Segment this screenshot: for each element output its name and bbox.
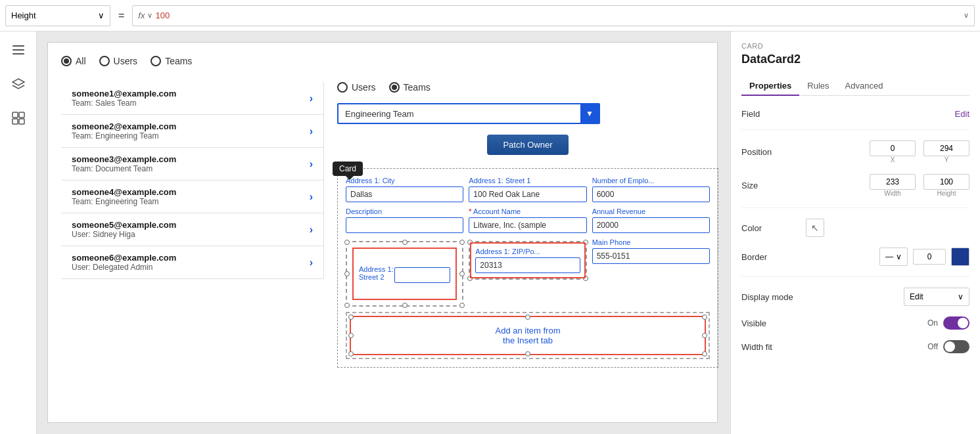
user-item-5[interactable]: someone5@example.com User: Sidney Higa › <box>61 213 323 246</box>
property-selector[interactable]: Height ∨ <box>5 5 110 26</box>
form-radio-teams[interactable]: Teams <box>389 82 431 93</box>
user-team-5: User: Sidney Higa <box>72 230 176 239</box>
border-color-swatch[interactable] <box>951 248 969 266</box>
form-radio-users[interactable]: Users <box>337 82 376 93</box>
grid-input-city[interactable] <box>346 186 463 202</box>
grid-field-street2: Card <box>346 238 463 307</box>
team-dropdown[interactable]: Engineering Team ▼ <box>337 103 600 124</box>
handle-zip-tr[interactable] <box>583 240 588 245</box>
visible-toggle[interactable] <box>943 316 969 330</box>
formula-bar[interactable]: fx ∨ 100 ∨ <box>132 5 975 26</box>
border-label: Border <box>741 252 801 262</box>
handle-add-tr[interactable] <box>702 315 707 320</box>
sidebar-icon-components[interactable] <box>8 108 29 129</box>
sidebar-icon-menu[interactable] <box>8 39 29 60</box>
size-width-input[interactable] <box>870 174 916 190</box>
border-controls: — ∨ <box>879 248 969 266</box>
divider-2 <box>741 207 969 208</box>
handle-bl[interactable] <box>344 303 350 308</box>
grid-field-street1: Address 1: Street 1 <box>469 177 586 202</box>
tab-properties[interactable]: Properties <box>741 77 799 96</box>
expand-button[interactable]: ∨ <box>964 11 969 20</box>
handle-bm[interactable] <box>402 303 408 308</box>
patch-owner-button[interactable]: Patch Owner <box>487 135 568 155</box>
position-inputs: X Y <box>870 141 969 163</box>
fx-chevron[interactable]: ∨ <box>147 11 152 20</box>
handle-br[interactable] <box>459 303 465 308</box>
user-item-2[interactable]: someone2@example.com Team: Engineering T… <box>61 115 323 148</box>
handle-add-ml[interactable] <box>348 333 354 338</box>
display-mode-select[interactable]: Edit ∨ <box>904 288 969 306</box>
grid-input-revenue[interactable] <box>592 217 710 233</box>
user-team-6: User: Delegated Admin <box>72 263 176 272</box>
handle-tl[interactable] <box>344 240 350 245</box>
grid-field-phone: Main Phone <box>592 238 710 307</box>
handle-add-bm[interactable] <box>525 351 530 357</box>
handle-add-mr[interactable] <box>702 333 707 338</box>
radio-all[interactable]: All <box>61 56 86 66</box>
grid-input-employees[interactable] <box>592 186 710 202</box>
position-y-input[interactable] <box>923 141 969 156</box>
handle-add-tl[interactable] <box>348 315 354 320</box>
grid-input-street2[interactable] <box>394 267 451 283</box>
border-width-input[interactable] <box>913 249 946 265</box>
tab-rules[interactable]: Rules <box>799 77 837 96</box>
user-email-5: someone5@example.com <box>72 220 176 230</box>
user-item-6[interactable]: someone6@example.com User: Delegated Adm… <box>61 246 323 279</box>
handle-tr[interactable] <box>459 240 465 245</box>
radio-users-top-circle <box>99 56 110 66</box>
radio-teams-top[interactable]: Teams <box>151 56 192 66</box>
property-selector-chevron: ∨ <box>98 11 105 20</box>
svg-rect-6 <box>19 119 24 124</box>
field-label: Field <box>741 109 801 119</box>
width-fit-off-label: Off <box>927 342 938 351</box>
radio-users-top[interactable]: Users <box>99 56 138 66</box>
selected-card-inner: Address 1: Street 2 <box>352 248 457 300</box>
user-item-1[interactable]: someone1@example.com Team: Sales Team › <box>61 82 323 115</box>
team-dropdown-arrow-btn[interactable]: ▼ <box>580 104 599 123</box>
user-team-3: Team: Document Team <box>72 164 176 173</box>
grid-input-description[interactable] <box>346 217 463 233</box>
svg-rect-5 <box>12 119 18 124</box>
tab-advanced[interactable]: Advanced <box>837 77 891 96</box>
user-item-3[interactable]: someone3@example.com Team: Document Team… <box>61 148 323 181</box>
grid-input-street1[interactable] <box>469 186 586 202</box>
radio-teams-top-circle <box>151 56 161 66</box>
form-radio-teams-label: Teams <box>404 82 431 93</box>
grid-input-zip[interactable] <box>475 257 580 273</box>
field-edit-link[interactable]: Edit <box>955 109 969 119</box>
handle-add-br[interactable] <box>702 351 707 357</box>
width-fit-toggle[interactable] <box>943 340 969 353</box>
divider-1 <box>741 129 969 130</box>
size-width-group: Width <box>870 174 916 197</box>
grid-label-employees: Number of Emplo... <box>592 177 710 184</box>
user-info-1: someone1@example.com Team: Sales Team <box>72 89 176 108</box>
color-picker-button[interactable]: ↖ <box>806 219 824 237</box>
grid-input-phone[interactable] <box>592 248 710 264</box>
size-height-input[interactable] <box>923 174 969 190</box>
handle-add-tm[interactable] <box>525 315 530 320</box>
handle-add-bl[interactable] <box>348 351 354 357</box>
fx-icon: fx <box>138 11 145 20</box>
team-dropdown-value: Engineering Team <box>345 109 414 119</box>
grid-input-account[interactable] <box>469 217 586 233</box>
position-x-input[interactable] <box>870 141 916 156</box>
handle-tm[interactable] <box>402 240 408 245</box>
handle-mr[interactable] <box>459 271 465 276</box>
handle-zip-br[interactable] <box>583 276 588 281</box>
grid-label-street1: Address 1: Street 1 <box>469 177 586 184</box>
size-row: Size Width Height <box>741 174 969 197</box>
handle-zip-bl[interactable] <box>467 276 473 281</box>
user-chevron-5: › <box>310 224 313 236</box>
canvas-area: All Users Teams someone1@example.com Tea… <box>37 32 730 434</box>
border-style-select[interactable]: — ∨ <box>879 248 908 266</box>
user-item-4[interactable]: someone4@example.com Team: Engineering T… <box>61 181 323 213</box>
handle-ml[interactable] <box>344 271 350 276</box>
handle-zip-tl[interactable] <box>467 240 473 245</box>
zip-card[interactable]: Address 1: ZIP/Po... <box>469 241 586 280</box>
add-item-card[interactable]: Add an item fromthe Insert tab <box>346 312 710 359</box>
form-radio-users-circle <box>337 82 348 93</box>
selected-card[interactable]: Address 1: Street 2 <box>346 241 463 307</box>
svg-rect-0 <box>12 45 24 47</box>
sidebar-icon-layers[interactable] <box>8 74 29 95</box>
